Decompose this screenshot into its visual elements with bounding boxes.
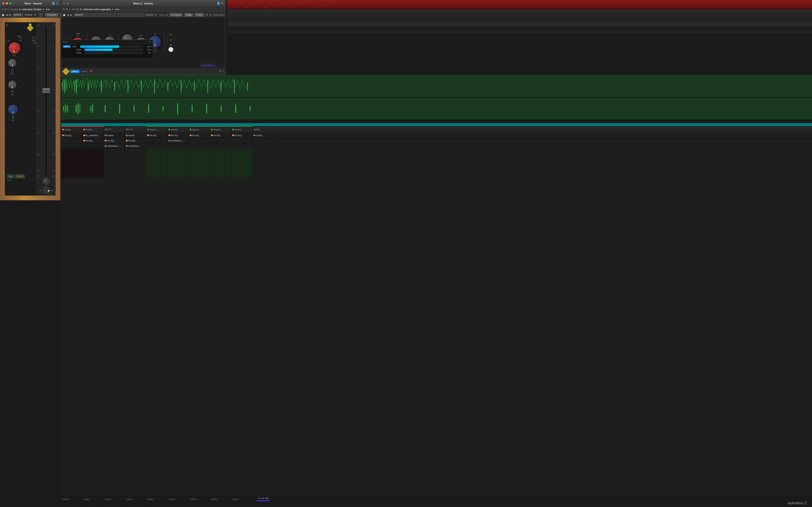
preset2-dropdown[interactable]: Default: [24, 13, 33, 16]
cycle-icon[interactable]: ↻: [2, 8, 4, 11]
toolbar-icon1[interactable]: 🎤: [89, 70, 92, 73]
power-dot-3[interactable]: [147, 129, 149, 130]
pro-eq-text-2: Pro EQ: [149, 134, 157, 137]
dark-knob[interactable]: [8, 104, 18, 115]
r-paste-button[interactable]: Paste: [195, 13, 204, 17]
plus-1[interactable]: +: [72, 128, 73, 131]
pro-eq-row2-2[interactable]: Pro EQ: [104, 138, 125, 143]
pro-eq-slot-5[interactable]: Pro EQ: [210, 133, 231, 138]
r-plugin-name[interactable]: 2 - UAD Neve 1073 Legacy(m): [80, 8, 111, 11]
minimize-button[interactable]: [6, 2, 8, 4]
mic-gain-knob[interactable]: [8, 42, 20, 54]
right-cycle-icon[interactable]: ↻: [63, 2, 65, 5]
power-dot-4[interactable]: [168, 129, 170, 130]
r-gear-icon[interactable]: ⚙: [206, 13, 208, 16]
plugin-slot-1[interactable]: 1 - Pro EQ: [8, 8, 18, 11]
uad2-expand[interactable]: ▼: [149, 41, 151, 43]
r-copy-button[interactable]: Copy: [184, 13, 193, 17]
prev-arrow[interactable]: ◀: [45, 8, 47, 11]
pro-eq-slot-6[interactable]: Pro EQ: [231, 133, 253, 138]
pro-eq-slot-3[interactable]: Pro EQ: [167, 133, 189, 138]
preset-dropdown[interactable]: default*: [12, 13, 23, 17]
dark-knob-section: 300 160 Hz: [8, 104, 18, 121]
compare-button[interactable]: Compare: [45, 13, 58, 17]
r-preset-arrow[interactable]: ▼: [155, 13, 157, 16]
next2-arrow[interactable]: ▶: [9, 13, 11, 16]
plus-6[interactable]: +: [178, 128, 179, 131]
neve-logo-diamond: ✦: [27, 24, 34, 32]
inserts-slot-2[interactable]: Inserts: [125, 133, 146, 138]
power-dot-7[interactable]: [232, 129, 234, 130]
r-save-icon[interactable]: 💾: [63, 14, 65, 16]
plus-7[interactable]: +: [199, 128, 201, 131]
power-dot-6[interactable]: [211, 129, 213, 130]
plus-3[interactable]: +: [112, 128, 113, 131]
inserts-col-1: Inserts +: [61, 126, 83, 132]
plus-8[interactable]: +: [221, 128, 222, 131]
low-freq-knob[interactable]: [8, 80, 17, 89]
dsp-value: 31%: [145, 45, 151, 48]
r-prev-arrow[interactable]: ◀: [115, 8, 117, 11]
pro-eq-slot-4[interactable]: Pro EQ: [189, 133, 210, 138]
prev2-arrow[interactable]: ◀: [6, 13, 8, 16]
maximize-button[interactable]: [9, 2, 11, 4]
plus-5[interactable]: +: [157, 128, 158, 131]
uad2-close-button[interactable]: ✕: [63, 41, 65, 43]
r-plugin-slot-1[interactable]: 1 - Pro EQ: [69, 8, 79, 11]
uad2-menu[interactable]: ≡: [66, 41, 68, 43]
uad-neve-slot-right[interactable]: UADN...: [253, 133, 274, 138]
dropdown-arrow[interactable]: ▼: [43, 8, 45, 11]
r-next2-arrow[interactable]: ▶: [70, 13, 72, 16]
inserts-slot-1[interactable]: Inserts: [104, 133, 125, 138]
phase-button-right[interactable]: ∅: [167, 36, 174, 44]
r-cycle-icon[interactable]: ↻: [63, 8, 65, 11]
pro-eq-slot-1[interactable]: Pro EQ: [61, 133, 83, 138]
r-compare-button[interactable]: Compare: [169, 13, 183, 17]
right-close-icon[interactable]: ✕: [221, 2, 223, 5]
eql-button[interactable]: EQL: [7, 175, 14, 178]
settings-icon[interactable]: ⚙: [5, 8, 7, 11]
uad-neve-slot-2[interactable]: UADNeve1...: [104, 144, 125, 149]
scale-10-left: 10: [38, 24, 39, 26]
save-icon[interactable]: 💾: [2, 14, 4, 16]
uad-neve-slot-3[interactable]: UADNeve1...: [125, 144, 146, 149]
pin-button[interactable]: [52, 2, 54, 5]
close-button[interactable]: [2, 2, 5, 5]
svg-rect-31: [177, 103, 178, 114]
right-pin-button[interactable]: [217, 2, 219, 5]
plugin-slot-2[interactable]: 2 - UAD Neve 1073(m): [19, 8, 42, 11]
pro-eq-row2-3[interactable]: Pro EQ: [125, 138, 146, 143]
plus-9[interactable]: +: [242, 128, 243, 131]
uad-neve-slot-1[interactable]: UADNeve1...: [167, 138, 189, 143]
toolbar-dollar[interactable]: $: [219, 70, 221, 73]
power-toggle[interactable]: [43, 189, 50, 192]
svg-rect-23: [80, 105, 80, 113]
power-dot-2[interactable]: [83, 129, 85, 130]
phase-button[interactable]: PHASE: [15, 175, 24, 178]
right-settings-icon[interactable]: ⚙: [67, 2, 69, 5]
pro-eq-slot-2[interactable]: Pro EQ: [146, 133, 167, 138]
bx-slot-1[interactable]: bx_controlV2: [83, 133, 104, 138]
plus-2[interactable]: +: [93, 128, 94, 131]
toolbar-question[interactable]: ?: [222, 70, 223, 73]
inf-left: ∞: [38, 169, 39, 172]
mid-freq-knob[interactable]: [8, 58, 17, 68]
add-button[interactable]: +: [13, 2, 14, 5]
r-dropdown-arrow[interactable]: ▼: [112, 8, 114, 11]
pro-eq-row2-1[interactable]: Pro EQ: [83, 138, 104, 143]
r-next-arrow[interactable]: ▶: [118, 8, 120, 11]
preset-down-arrow[interactable]: ▼: [34, 13, 36, 16]
next-arrow[interactable]: ▶: [48, 8, 50, 11]
fader-thumb[interactable]: [43, 89, 50, 93]
close-icon[interactable]: ✕: [56, 2, 58, 5]
power-dot-5[interactable]: [190, 129, 191, 130]
power-dot-1[interactable]: [62, 129, 64, 130]
r-preset2[interactable]: Default: [146, 13, 153, 16]
output-small-knob[interactable]: [43, 178, 50, 185]
timeline-top-right: [227, 0, 406, 39]
plus-4[interactable]: +: [134, 128, 135, 131]
r-preset-dropdown[interactable]: default*: [74, 13, 144, 17]
r-settings-icon[interactable]: ⚙: [66, 8, 68, 11]
r-prev2-arrow[interactable]: ◀: [67, 13, 69, 16]
r-settings2-icon[interactable]: ▼: [209, 13, 212, 16]
